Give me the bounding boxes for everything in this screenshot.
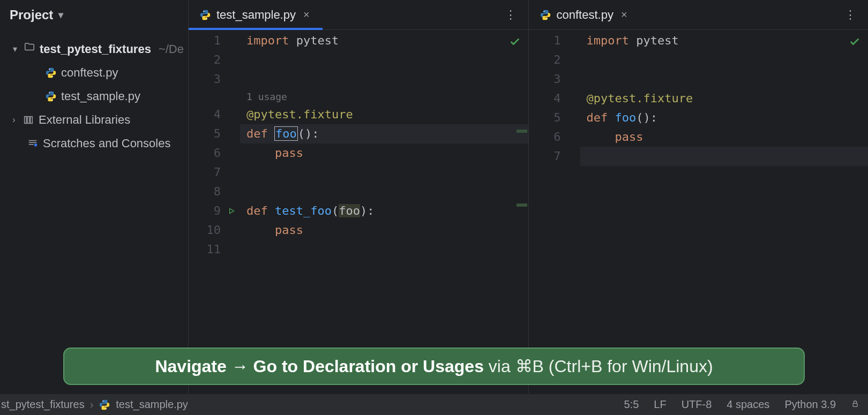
caret-position[interactable]: 5:5 xyxy=(624,398,639,411)
breadcrumb-file: test_sample.py xyxy=(116,398,188,411)
code-area-left[interactable]: import pytest 1 usage @pytest.fixture de… xyxy=(240,30,528,394)
tab-conftest[interactable]: conftest.py × xyxy=(529,0,640,29)
tab-label: test_sample.py xyxy=(216,8,296,22)
editor-pane-right: conftest.py × ⋮ 1 2 3 4 5 6 7 xyxy=(528,0,869,394)
tab-label: conftest.py xyxy=(557,8,613,22)
svg-point-7 xyxy=(34,144,38,147)
toast-shortcut: via ⌘B (Ctrl+B for Win/Linux) xyxy=(484,357,713,376)
project-title: Project xyxy=(10,7,53,22)
close-icon[interactable]: × xyxy=(619,9,630,21)
project-file-conftest[interactable]: conftest.py xyxy=(0,61,188,85)
tab-menu-button[interactable]: ⋮ xyxy=(494,8,528,22)
usage-inlay[interactable]: 1 usage xyxy=(240,89,528,105)
project-root[interactable]: ▾ test_pytest_fixtures ~/De xyxy=(0,37,188,61)
project-root-name: test_pytest_fixtures xyxy=(40,39,151,60)
python-file-icon xyxy=(45,90,57,102)
gutter-left: 1 2 3 4 5 6 7 8 9 10 11 xyxy=(189,30,240,394)
line-separator[interactable]: LF xyxy=(654,398,666,411)
file-name: conftest.py xyxy=(61,62,118,84)
breadcrumb-root: st_pytest_fixtures xyxy=(1,398,85,411)
lock-icon[interactable] xyxy=(851,398,859,411)
python-interpreter[interactable]: Python 3.9 xyxy=(784,398,836,411)
svg-point-10 xyxy=(543,11,544,12)
code-editor-right[interactable]: 1 2 3 4 5 6 7 import pytest @pytest.fixt… xyxy=(529,30,869,394)
svg-rect-4 xyxy=(25,117,27,124)
svg-point-3 xyxy=(52,100,53,101)
svg-point-1 xyxy=(52,76,53,77)
tab-bar-right: conftest.py × ⋮ xyxy=(529,0,869,30)
hint-toast: Navigate → Go to Declaration or Usages v… xyxy=(63,348,805,385)
svg-rect-5 xyxy=(27,117,29,124)
project-file-test-sample[interactable]: test_sample.py xyxy=(0,85,188,108)
tab-bar-left: test_sample.py × ⋮ xyxy=(189,0,528,30)
svg-point-2 xyxy=(49,92,50,93)
run-gutter-icon[interactable] xyxy=(227,207,236,215)
tab-menu-button[interactable]: ⋮ xyxy=(834,8,868,22)
project-sidebar: Project ▾ ▾ test_pytest_fixtures ~/De co… xyxy=(0,0,189,394)
scratches-icon xyxy=(27,138,39,149)
code-editor-left[interactable]: 1 2 3 4 5 6 7 8 9 10 11 im xyxy=(189,30,528,394)
scratches-label: Scratches and Consoles xyxy=(43,133,170,154)
breadcrumb[interactable]: st_pytest_fixtures › test_sample.py xyxy=(0,398,188,411)
toast-action: Navigate → Go to Declaration or Usages xyxy=(155,357,484,376)
svg-rect-14 xyxy=(853,403,857,406)
close-icon[interactable]: × xyxy=(301,9,312,21)
change-marker xyxy=(517,130,527,133)
svg-point-12 xyxy=(103,401,104,402)
code-area-right[interactable]: import pytest @pytest.fixture def foo():… xyxy=(580,30,869,394)
status-bar: st_pytest_fixtures › test_sample.py 5:5 … xyxy=(0,394,868,415)
svg-point-0 xyxy=(49,69,50,70)
project-tree: ▾ test_pytest_fixtures ~/De conftest.py … xyxy=(0,30,188,155)
project-root-path: ~/De xyxy=(159,39,184,60)
editor-split: test_sample.py × ⋮ 1 2 3 4 5 6 7 8 9 xyxy=(189,0,868,394)
editor-pane-left: test_sample.py × ⋮ 1 2 3 4 5 6 7 8 9 xyxy=(189,0,528,394)
folder-icon xyxy=(24,39,35,60)
file-name: test_sample.py xyxy=(61,86,140,107)
chevron-right-icon: › xyxy=(90,398,94,411)
file-encoding[interactable]: UTF-8 xyxy=(682,398,712,411)
indent-setting[interactable]: 4 spaces xyxy=(727,398,769,411)
tab-test-sample[interactable]: test_sample.py × xyxy=(189,0,323,29)
svg-point-13 xyxy=(106,408,107,409)
python-file-icon xyxy=(45,67,57,79)
python-file-icon xyxy=(540,9,551,21)
external-libraries[interactable]: › External Libraries xyxy=(0,108,188,132)
library-icon xyxy=(23,114,34,126)
gutter-right: 1 2 3 4 5 6 7 xyxy=(529,30,580,394)
chevron-down-icon: ▾ xyxy=(58,9,63,21)
svg-point-9 xyxy=(206,18,207,19)
python-file-icon xyxy=(99,399,110,411)
svg-point-8 xyxy=(203,11,204,12)
change-marker xyxy=(517,203,527,207)
svg-point-11 xyxy=(546,18,547,19)
external-libraries-label: External Libraries xyxy=(39,109,130,131)
chevron-right-icon: › xyxy=(10,109,18,131)
scratches-and-consoles[interactable]: Scratches and Consoles xyxy=(0,132,188,155)
chevron-down-icon: ▾ xyxy=(11,39,19,60)
project-tool-header[interactable]: Project ▾ xyxy=(0,0,188,30)
svg-rect-6 xyxy=(31,117,33,124)
python-file-icon xyxy=(199,9,211,21)
